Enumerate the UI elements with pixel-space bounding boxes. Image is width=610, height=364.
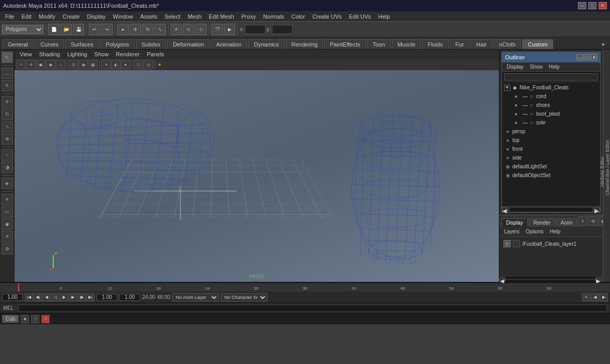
bottom-icon-2[interactable]: □ — [31, 315, 39, 323]
tree-item-cord[interactable]: ● — ○ cord — [511, 92, 599, 101]
menu-edit-mesh[interactable]: Edit Mesh — [206, 12, 237, 21]
tree-item-nike[interactable]: ▼ ◆ Nike_Football_Cleats — [503, 83, 599, 92]
current-frame-input[interactable]: 1.00 — [2, 294, 23, 301]
grid-btn[interactable]: # — [2, 194, 13, 205]
vp-menu-panels[interactable]: Panels — [144, 51, 167, 58]
tab-painteffects[interactable]: PaintEffects — [324, 39, 366, 49]
vp-shadows-btn[interactable]: ◐ — [111, 60, 120, 69]
tab-muscle[interactable]: Muscle — [392, 39, 421, 49]
scroll-right-btn[interactable]: ▶ — [594, 207, 600, 212]
vp-object-btn[interactable]: ○ — [56, 60, 65, 69]
prev-frame-btn[interactable]: ◀ — [42, 293, 51, 302]
vp-translate-btn[interactable]: ✛ — [26, 60, 36, 69]
rb-sub-help[interactable]: Help — [547, 228, 563, 235]
tl-extra-1[interactable]: ≡ — [582, 293, 590, 302]
vp-component-btn[interactable]: ▣ — [36, 60, 45, 69]
rb-tab-anim[interactable]: Anim — [556, 218, 577, 227]
vp-menu-lighting[interactable]: Lighting — [64, 51, 90, 58]
range-start-input[interactable] — [97, 294, 117, 301]
ipr-btn[interactable]: ▶ — [224, 24, 235, 35]
vp-menu-renderer[interactable]: Renderer — [113, 51, 143, 58]
rb-hscroll[interactable]: ◀ ▶ — [499, 276, 602, 282]
timeline-ruler[interactable]: 1 6 12 18 24 30 36 42 48 54 60 66 — [0, 283, 610, 292]
anim-layer-select[interactable]: No Anim Layer — [172, 293, 219, 302]
go-start-btn[interactable]: |◀ — [25, 293, 33, 302]
rb-tab-display[interactable]: Display — [501, 218, 528, 227]
menu-file[interactable]: File — [2, 12, 18, 21]
outliner-search-input[interactable] — [504, 73, 598, 81]
tab-toon[interactable]: Toon — [367, 39, 391, 49]
move-btn[interactable]: ✛ — [130, 24, 141, 35]
redo-btn[interactable]: ↪ — [101, 24, 113, 35]
menu-create[interactable]: Create — [59, 12, 83, 21]
snap-curve-btn[interactable]: ∿ — [183, 24, 194, 35]
camera-btn[interactable]: ◉ — [2, 218, 13, 230]
tab-fur[interactable]: Fur — [450, 39, 470, 49]
tree-item-side[interactable]: ● side — [503, 153, 599, 162]
cob-button[interactable]: Cob — [2, 315, 19, 323]
tabs-expand-btn[interactable]: ▸ — [600, 39, 608, 49]
bottom-icon-1[interactable]: ■ — [21, 315, 29, 323]
vp-menu-show[interactable]: Show — [91, 51, 112, 58]
lasso-tool-btn[interactable]: ⌓ — [2, 68, 13, 79]
select-tool-btn[interactable]: ↖ — [2, 52, 13, 63]
maximize-button[interactable]: □ — [588, 2, 597, 9]
tab-dynamics[interactable]: Dynamics — [248, 39, 284, 49]
minimize-button[interactable]: — — [578, 2, 586, 9]
menu-color[interactable]: Color — [288, 12, 308, 21]
new-scene-btn[interactable]: 📄 — [48, 24, 59, 35]
rb-sub-layers[interactable]: Layers — [501, 228, 522, 235]
save-scene-btn[interactable]: 💾 — [73, 24, 84, 35]
tab-subdvs[interactable]: Subdvs — [136, 39, 166, 49]
canvas-area[interactable]: Y X persp — [14, 70, 499, 282]
open-scene-btn[interactable]: 📂 — [60, 24, 72, 35]
menu-window[interactable]: Window — [110, 12, 136, 21]
vp-menu-shading[interactable]: Shading — [36, 51, 63, 58]
menu-create-uvs[interactable]: Create UVs — [309, 12, 345, 21]
tab-hair[interactable]: Hair — [470, 39, 492, 49]
universal-manip-btn[interactable]: ⊕ — [2, 133, 13, 145]
bottom-icon-close[interactable]: ✕ — [41, 315, 50, 323]
tab-rendering[interactable]: Rendering — [286, 39, 324, 49]
tab-curves[interactable]: Curves — [35, 39, 64, 49]
tree-item-persp[interactable]: ● persp — [503, 127, 599, 136]
scale-tool-btn[interactable]: ⤡ — [2, 121, 13, 132]
x-input[interactable] — [245, 25, 266, 34]
menu-edit[interactable]: Edit — [19, 12, 35, 21]
outliner-minimize-btn[interactable]: — — [576, 54, 583, 60]
next-key-btn[interactable]: |▶ — [78, 293, 86, 302]
show-manip-btn[interactable]: ◈ — [2, 178, 13, 189]
tab-polygons[interactable]: Polygons — [100, 39, 134, 49]
vp-smooth-btn[interactable]: ◉ — [79, 60, 88, 69]
menu-modify[interactable]: Modify — [36, 12, 58, 21]
scale-btn[interactable]: ⤡ — [155, 24, 166, 35]
soft-mod-btn[interactable]: ○ — [2, 149, 13, 161]
prev-key-btn[interactable]: ◀| — [34, 293, 42, 302]
scroll-left-btn[interactable]: ◀ — [502, 207, 508, 212]
vp-hierarchy-btn[interactable]: ◆ — [46, 60, 55, 69]
vp-menu-view[interactable]: View — [17, 51, 35, 58]
tree-item-light-set[interactable]: ◉ defaultLightSet — [503, 162, 599, 171]
go-end-btn[interactable]: ▶| — [86, 293, 95, 302]
rb-tab-render[interactable]: Render — [529, 218, 555, 227]
rb-scroll-right-btn[interactable]: ▶ — [596, 277, 602, 281]
outliner-maximize-btn[interactable]: □ — [584, 54, 590, 60]
light-btn[interactable]: ☀ — [2, 231, 13, 242]
layer-visibility-btn[interactable]: V — [504, 240, 511, 247]
tab-surfaces[interactable]: Surfaces — [65, 39, 99, 49]
menu-display[interactable]: Display — [84, 12, 109, 21]
rb-hscroll-track[interactable] — [506, 279, 596, 280]
rb-layers-icon[interactable]: ≡ — [578, 216, 587, 226]
select-btn[interactable]: ▸ — [117, 24, 129, 35]
rb-scroll-left-btn[interactable]: ◀ — [499, 277, 506, 281]
play-fwd-btn[interactable]: ▶ — [60, 293, 68, 302]
vp-cam-btn[interactable]: 🎥 — [134, 60, 143, 69]
rb-sub-options[interactable]: Options — [523, 228, 546, 235]
tree-item-top[interactable]: ● top — [503, 136, 599, 145]
outliner-menu-display[interactable]: Display — [504, 64, 526, 70]
menu-assets[interactable]: Assets — [137, 12, 160, 21]
menu-help[interactable]: Help — [375, 12, 393, 21]
vp-wireframe-btn[interactable]: ⊡ — [69, 60, 78, 69]
sculpt-btn[interactable]: ◑ — [2, 162, 13, 173]
plane-btn[interactable]: ▭ — [2, 206, 13, 217]
